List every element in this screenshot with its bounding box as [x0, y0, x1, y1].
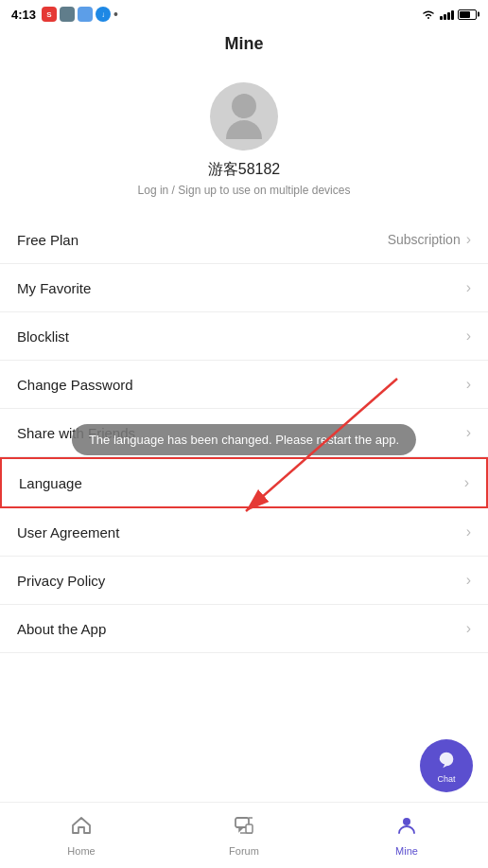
nav-item-home[interactable]: Home	[0, 803, 163, 868]
nav-label-mine: Mine	[395, 845, 418, 857]
chevron-icon-free-plan: ›	[466, 231, 471, 248]
menu-label-blocklist: Blocklist	[17, 328, 69, 345]
nav-label-forum: Forum	[229, 845, 259, 857]
signal-icon	[440, 9, 454, 20]
menu-item-free-plan[interactable]: Free Plan Subscription ›	[0, 216, 488, 264]
avatar-head	[232, 94, 256, 118]
menu-label-free-plan: Free Plan	[17, 232, 78, 248]
chevron-icon-blocklist: ›	[466, 328, 471, 345]
chevron-icon-language: ›	[464, 474, 469, 491]
app-icon-1: S	[42, 7, 57, 22]
nav-item-mine[interactable]: Mine	[325, 803, 488, 868]
status-time: 4:13	[11, 8, 36, 22]
profile-section[interactable]: 游客58182 Log in / Sign up to use on multi…	[0, 67, 488, 216]
status-bar: 4:13 S ↓ •	[0, 0, 488, 27]
chevron-icon-change-password: ›	[466, 376, 471, 393]
menu-item-user-agreement[interactable]: User Agreement ›	[0, 508, 488, 557]
svg-rect-6	[246, 824, 253, 833]
menu-label-about-the-app: About the App	[17, 621, 106, 637]
svg-point-7	[403, 818, 410, 825]
home-icon	[70, 814, 93, 842]
forum-icon	[233, 814, 255, 842]
chat-fab-icon	[436, 749, 457, 773]
app-icon-4: ↓	[96, 7, 111, 22]
status-dot: •	[113, 7, 118, 22]
status-icons-right	[421, 9, 477, 20]
menu-item-change-password[interactable]: Change Password ›	[0, 361, 488, 409]
nav-label-home: Home	[67, 845, 95, 857]
chevron-icon-user-agreement: ›	[466, 523, 471, 540]
wifi-icon	[421, 9, 436, 20]
chevron-icon-privacy-policy: ›	[466, 572, 471, 589]
menu-label-change-password: Change Password	[17, 377, 133, 393]
toast-notification: The language has been changed. Please re…	[72, 424, 416, 455]
avatar-body	[226, 120, 262, 139]
menu-item-language[interactable]: Language ›	[0, 457, 488, 508]
app-icon-3	[78, 7, 93, 22]
menu-item-privacy-policy[interactable]: Privacy Policy ›	[0, 557, 488, 605]
subscription-label: Subscription	[388, 232, 461, 247]
chevron-icon-share-with-friends: ›	[466, 424, 471, 441]
mine-icon	[395, 814, 418, 842]
chat-fab-button[interactable]: Chat	[420, 739, 473, 792]
battery-icon	[458, 9, 477, 20]
chevron-icon-my-favorite: ›	[466, 279, 471, 296]
app-icon-2	[60, 7, 75, 22]
menu-label-my-favorite: My Favorite	[17, 280, 91, 296]
app-icons: S ↓ •	[42, 7, 118, 22]
nav-item-forum[interactable]: Forum	[163, 803, 325, 868]
toast-message: The language has been changed. Please re…	[89, 433, 399, 447]
username: 游客58182	[208, 160, 281, 180]
avatar-inner	[226, 94, 262, 139]
page-header: Mine	[0, 27, 488, 67]
login-hint[interactable]: Log in / Sign up to use on multiple devi…	[138, 184, 351, 197]
avatar[interactable]	[210, 82, 278, 151]
menu-item-my-favorite[interactable]: My Favorite ›	[0, 264, 488, 312]
chat-fab-label: Chat	[437, 774, 455, 784]
menu-item-blocklist[interactable]: Blocklist ›	[0, 312, 488, 361]
menu-label-user-agreement: User Agreement	[17, 524, 119, 540]
menu-label-privacy-policy: Privacy Policy	[17, 573, 105, 589]
bottom-navigation: Home Forum Mine	[0, 802, 488, 868]
chevron-icon-about-the-app: ›	[466, 620, 471, 637]
menu-item-about-the-app[interactable]: About the App ›	[0, 605, 488, 653]
menu-label-language: Language	[19, 475, 82, 491]
page-title: Mine	[224, 34, 263, 53]
menu-right-free-plan: Subscription ›	[388, 231, 471, 248]
